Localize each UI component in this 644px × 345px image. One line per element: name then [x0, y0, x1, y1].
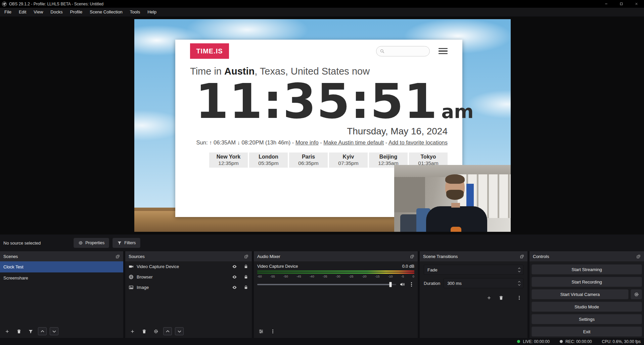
move-scene-up-button[interactable] — [38, 327, 47, 335]
chevron-down-icon — [52, 329, 57, 334]
spinner-arrows-icon[interactable] — [515, 281, 523, 286]
start-streaming-button[interactable]: Start Streaming — [532, 264, 642, 274]
maximize-icon — [619, 2, 623, 6]
gear-icon — [78, 241, 83, 245]
world-clock-new-york[interactable]: New York 12:35pm — [209, 153, 248, 168]
menu-docks[interactable]: Docks — [47, 8, 66, 16]
duration-label: Duration — [424, 281, 440, 286]
camera-icon — [129, 264, 134, 269]
source-item-video-capture[interactable]: Video Capture Device — [125, 261, 252, 272]
menubar: File Edit View Docks Profile Scene Colle… — [0, 8, 644, 16]
speaker-icon[interactable] — [400, 282, 405, 287]
more-info-link[interactable]: More info — [295, 139, 319, 145]
menu-scene-collection[interactable]: Scene Collection — [86, 8, 126, 16]
exit-button[interactable]: Exit — [532, 327, 642, 337]
transitions-header[interactable]: Scene Transitions — [420, 251, 527, 261]
popout-icon[interactable] — [636, 254, 641, 259]
transition-menu-button[interactable] — [515, 294, 523, 302]
move-source-down-button[interactable] — [175, 327, 184, 335]
eye-icon[interactable] — [232, 285, 237, 290]
source-item-browser[interactable]: Browser — [125, 272, 252, 282]
controls-panel: Controls Start Streaming Start Recording… — [530, 251, 644, 338]
move-source-up-button[interactable] — [163, 327, 172, 335]
move-scene-down-button[interactable] — [50, 327, 58, 335]
obs-logo-icon — [2, 2, 7, 6]
volume-slider-handle[interactable] — [389, 282, 392, 287]
webcam-overlay — [394, 165, 511, 232]
close-button[interactable] — [629, 0, 644, 8]
audio-mixer-header[interactable]: Audio Mixer — [254, 251, 418, 261]
sources-panel: Sources Video Capture Device Browser — [125, 251, 252, 338]
menu-profile[interactable]: Profile — [66, 8, 86, 16]
world-clock-paris[interactable]: Paris 06:35pm — [289, 153, 328, 168]
world-time: 05:35pm — [249, 160, 288, 166]
menu-edit[interactable]: Edit — [15, 8, 30, 16]
properties-button[interactable]: Properties — [74, 238, 109, 248]
lock-icon[interactable] — [243, 285, 248, 290]
duration-spinbox[interactable]: 300 ms — [444, 278, 523, 288]
preview-area[interactable]: TIME.IS Time in Austin, Texas, United St… — [0, 16, 644, 234]
source-item-image[interactable]: Image — [125, 282, 252, 293]
dots-menu-icon[interactable] — [409, 282, 414, 287]
virtual-camera-config-button[interactable] — [631, 289, 642, 299]
meter-tick: -5 — [401, 274, 404, 278]
meter-tick: -25 — [349, 274, 354, 278]
favorite-link[interactable]: Add to favorite locations — [388, 139, 448, 145]
scene-filters-button[interactable] — [26, 327, 35, 335]
world-city: Beijing — [369, 154, 408, 160]
remove-source-button[interactable] — [140, 327, 148, 335]
add-scene-button[interactable] — [3, 327, 11, 335]
maximize-button[interactable] — [614, 0, 629, 8]
popout-icon[interactable] — [520, 254, 524, 259]
sources-panel-header[interactable]: Sources — [125, 251, 252, 261]
lock-icon[interactable] — [243, 264, 248, 269]
cpu-fps-stats: CPU: 0.6%, 30.00 fps — [602, 339, 641, 344]
world-clock-kyiv[interactable]: Kyiv 07:35pm — [329, 153, 368, 168]
studio-mode-button[interactable]: Studio Mode — [532, 302, 642, 312]
advanced-audio-button[interactable] — [257, 327, 265, 335]
scenes-panel-header[interactable]: Scenes — [0, 251, 123, 261]
lock-icon[interactable] — [243, 274, 248, 279]
popout-icon[interactable] — [116, 254, 120, 259]
select-arrows-icon[interactable] — [515, 267, 523, 272]
world-city: London — [249, 154, 288, 160]
meter-tick: -30 — [336, 274, 340, 278]
world-city: Paris — [289, 154, 328, 160]
menu-help[interactable]: Help — [144, 8, 160, 16]
globe-icon — [129, 274, 134, 279]
search-input[interactable] — [387, 49, 424, 54]
scene-item-clock-test[interactable]: Clock Test — [0, 261, 123, 272]
remove-scene-button[interactable] — [14, 327, 23, 335]
settings-button[interactable]: Settings — [532, 314, 642, 324]
menu-view[interactable]: View — [30, 8, 47, 16]
controls-header[interactable]: Controls — [530, 251, 644, 261]
program-video[interactable]: TIME.IS Time in Austin, Texas, United St… — [134, 19, 511, 232]
start-recording-button[interactable]: Start Recording — [532, 277, 642, 287]
popout-icon[interactable] — [410, 254, 414, 259]
menu-tools[interactable]: Tools — [126, 8, 144, 16]
mixer-menu-button[interactable] — [268, 327, 277, 335]
make-default-link[interactable]: Make Austin time default — [323, 139, 384, 145]
start-virtual-camera-button[interactable]: Start Virtual Camera — [532, 289, 629, 299]
filter-icon — [117, 241, 122, 245]
eye-icon[interactable] — [232, 264, 237, 269]
timeis-search-box[interactable] — [376, 46, 430, 56]
volume-slider[interactable] — [257, 284, 396, 285]
world-clock-london[interactable]: London 05:35pm — [249, 153, 288, 168]
source-properties-button[interactable] — [151, 327, 160, 335]
add-source-button[interactable] — [128, 327, 137, 335]
webcam-person-neck — [451, 203, 460, 208]
filters-button[interactable]: Filters — [112, 238, 140, 248]
hamburger-menu-icon[interactable] — [439, 48, 448, 54]
transition-select[interactable]: Fade — [424, 265, 523, 275]
add-transition-button[interactable] — [485, 294, 493, 302]
remove-transition-button[interactable] — [497, 294, 505, 302]
popout-icon[interactable] — [244, 254, 248, 259]
scene-item-screenshare[interactable]: Screenshare — [0, 272, 123, 284]
eye-icon[interactable] — [232, 274, 237, 279]
chevron-up-icon — [165, 329, 170, 334]
minimize-button[interactable] — [599, 0, 614, 8]
meter-tick: 0 — [413, 274, 414, 278]
webcam-wall — [394, 177, 425, 212]
menu-file[interactable]: File — [1, 8, 15, 16]
